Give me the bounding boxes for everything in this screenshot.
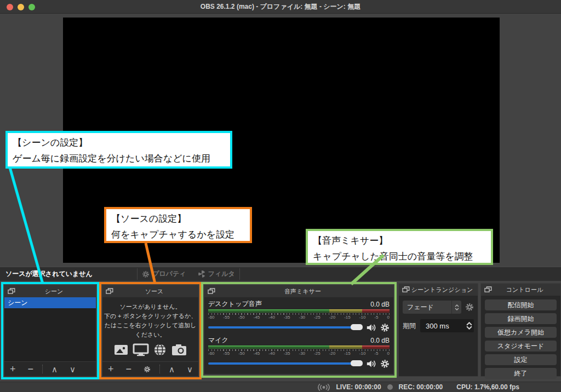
toolbar-separator <box>159 365 160 373</box>
zoom-window-button[interactable] <box>28 4 35 10</box>
volume-slider-handle[interactable] <box>351 324 363 330</box>
globe-icon <box>153 343 167 356</box>
dock-icon <box>484 286 492 293</box>
sources-panel-title: ソース <box>113 287 195 296</box>
scenes-panel-header[interactable]: シーン <box>4 285 96 297</box>
minimize-window-button[interactable] <box>18 4 24 10</box>
select-stepper[interactable] <box>451 301 461 314</box>
scale-tick: -50 <box>238 351 245 356</box>
rec-dot-icon <box>387 384 393 390</box>
add-source-button[interactable]: + <box>108 364 114 374</box>
sources-panel-header[interactable]: ソース <box>102 285 198 297</box>
scale-tick: -25 <box>314 315 320 320</box>
scale-tick: -5 <box>374 351 378 356</box>
meter-scale: -60-55-50-45-40-35-30-25-20-15-10-50 <box>208 351 390 356</box>
filters-button[interactable]: フィルタ <box>198 269 235 279</box>
scale-tick: -25 <box>314 351 320 356</box>
transitions-panel-header[interactable]: シーントランジション <box>399 284 478 296</box>
empty-text-line: ください。 <box>135 330 165 339</box>
source-properties-gear-icon[interactable] <box>144 365 151 373</box>
chevron-up-icon <box>466 322 472 326</box>
transition-select[interactable]: フェード <box>403 301 461 314</box>
annotation-text: 何をキャプチャするかを設定 <box>111 227 245 243</box>
toolbar-separator <box>42 365 43 373</box>
annotation-text: キャプチャした音同士の音量等を調整 <box>313 249 486 264</box>
transition-settings-gear-icon[interactable] <box>465 303 474 312</box>
empty-text-line: たはここを右クリックして追加し <box>104 321 196 330</box>
move-source-down-button[interactable]: ∨ <box>187 365 193 373</box>
speaker-icon[interactable] <box>366 323 376 332</box>
controls-panel-title: コントロール <box>492 286 557 294</box>
mixer-body: デスクトップ音声 0.0 dB -60-55-50-45-40-35-30-25… <box>204 297 393 372</box>
exit-button[interactable]: 終了 <box>485 368 557 379</box>
volume-slider-handle[interactable] <box>351 360 363 366</box>
mixer-annotation-box: 【音声ミキサー】 キャプチャした音同士の音量等を調整 <box>306 229 493 265</box>
duration-input[interactable]: 300 ms <box>420 319 474 332</box>
scale-tick: -40 <box>268 315 275 320</box>
scene-list[interactable]: シーン <box>4 297 96 361</box>
start-recording-button[interactable]: 録画開始 <box>485 313 557 324</box>
scale-tick: -20 <box>329 315 336 320</box>
properties-button[interactable]: プロパティ <box>142 269 186 279</box>
add-scene-button[interactable]: + <box>10 364 16 374</box>
scale-tick: -15 <box>344 315 351 320</box>
duration-label: 期間 <box>403 321 416 331</box>
scale-tick: 0 <box>387 351 390 356</box>
sources-empty-state[interactable]: ソースがありません。 下の + ボタンをクリックするか、 たはここを右クリックし… <box>102 297 198 361</box>
mixer-panel-header[interactable]: 音声ミキサー <box>204 285 393 297</box>
volume-slider[interactable] <box>208 362 362 365</box>
titlebar: OBS 26.1.2 (mac) - プロファイル: 無題 - シーン: 無題 <box>0 0 561 14</box>
scale-tick: -20 <box>329 351 336 356</box>
no-source-selected-message: ソースが選択されていません <box>5 269 93 279</box>
scale-tick: -10 <box>359 351 366 356</box>
dock-icon <box>402 286 410 293</box>
volume-meter <box>208 309 390 313</box>
sources-toolbar: + − ∧ ∨ <box>102 361 198 376</box>
remove-scene-button[interactable]: − <box>28 364 34 374</box>
scale-tick: -10 <box>359 315 366 320</box>
controls-panel-header[interactable]: コントロール <box>481 284 560 296</box>
scene-transitions-panel: シーントランジション フェード 期間 <box>398 283 478 377</box>
duration-spinner[interactable] <box>466 320 472 332</box>
channel-settings-gear-icon[interactable] <box>380 359 390 368</box>
dock-icon <box>208 288 215 295</box>
mixer-panel-title: 音声ミキサー <box>215 287 390 296</box>
filter-icon <box>198 270 205 278</box>
duration-value: 300 ms <box>420 322 449 330</box>
settings-button[interactable]: 設定 <box>485 354 557 365</box>
volume-slider[interactable] <box>208 326 362 328</box>
scale-tick: -45 <box>254 315 260 320</box>
scale-tick: -55 <box>224 315 230 320</box>
speaker-icon[interactable] <box>366 359 376 368</box>
empty-text-line: 下の + ボタンをクリックするか、 <box>104 312 197 321</box>
broadcast-icon <box>317 383 330 391</box>
meter-scale: -60-55-50-45-40-35-30-25-20-15-10-50 <box>208 315 390 320</box>
scale-tick: -45 <box>254 351 260 356</box>
transition-selected-value: フェード <box>403 303 451 312</box>
obs-window: OBS 26.1.2 (mac) - プロファイル: 無題 - シーン: 無題 … <box>0 0 561 392</box>
chevron-up-icon <box>455 304 459 307</box>
audio-mixer-panel: 音声ミキサー デスクトップ音声 0.0 dB -60-55-50-45-40-3… <box>204 285 394 374</box>
scale-tick: -60 <box>208 315 215 320</box>
move-scene-up-button[interactable]: ∧ <box>51 365 58 373</box>
close-window-button[interactable] <box>7 4 13 10</box>
scene-list-item[interactable]: シーン <box>4 297 96 308</box>
annotation-title: 【ソースの設定】 <box>111 211 245 227</box>
channel-name: マイク <box>208 336 228 345</box>
traffic-lights <box>7 0 35 14</box>
volume-meter <box>208 345 390 349</box>
move-source-up-button[interactable]: ∧ <box>169 365 175 373</box>
remove-source-button[interactable]: − <box>126 364 132 374</box>
channel-settings-gear-icon[interactable] <box>380 323 390 332</box>
annotation-text: ゲーム毎に録画設定を分けたい場合などに使用 <box>13 151 225 166</box>
scale-tick: -35 <box>284 315 290 320</box>
scale-tick: -30 <box>299 315 305 320</box>
move-scene-down-button[interactable]: ∨ <box>70 365 76 373</box>
controls-panel: コントロール 配信開始 録画開始 仮想カメラ開始 スタジオモード 設定 終了 <box>480 283 561 377</box>
studio-mode-button[interactable]: スタジオモード <box>485 341 557 351</box>
scale-tick: -60 <box>208 351 215 356</box>
mixer-channel-desktop-audio: デスクトップ音声 0.0 dB -60-55-50-45-40-35-30-25… <box>208 299 390 332</box>
scenes-panel: シーン シーン + − ∧ ∨ <box>4 285 96 377</box>
start-streaming-button[interactable]: 配信開始 <box>485 299 557 310</box>
start-virtual-camera-button[interactable]: 仮想カメラ開始 <box>485 327 557 338</box>
